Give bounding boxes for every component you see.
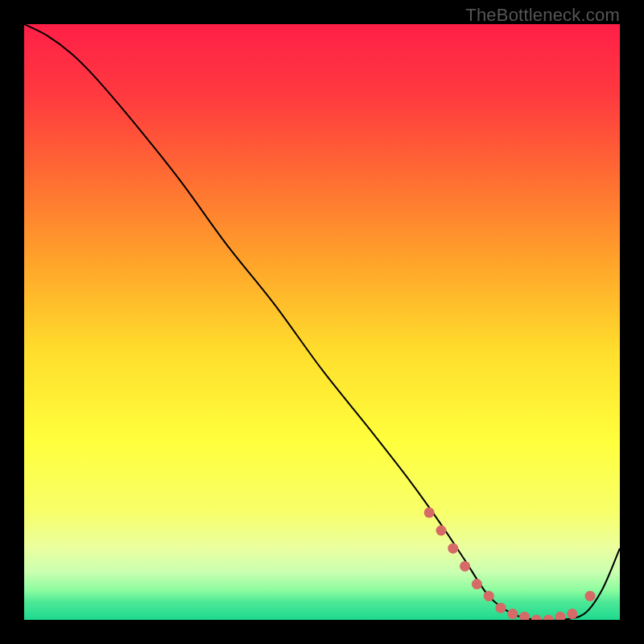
curve-layer (24, 24, 620, 620)
data-marker (543, 615, 554, 621)
data-marker (519, 612, 530, 620)
data-marker (567, 609, 577, 619)
performance-curve (24, 24, 620, 620)
marker-group (424, 507, 596, 620)
data-marker (585, 591, 596, 601)
data-marker (448, 543, 458, 554)
data-marker (531, 615, 542, 621)
data-marker (555, 612, 566, 620)
data-marker (460, 561, 470, 572)
watermark-label: TheBottleneck.com (465, 5, 620, 26)
plot-area (24, 24, 620, 620)
chart-stage: TheBottleneck.com (0, 0, 644, 644)
data-marker (436, 526, 447, 536)
data-marker (496, 603, 506, 613)
data-marker (424, 507, 435, 518)
data-marker (484, 591, 494, 601)
data-marker (507, 609, 518, 619)
data-marker (472, 579, 482, 589)
